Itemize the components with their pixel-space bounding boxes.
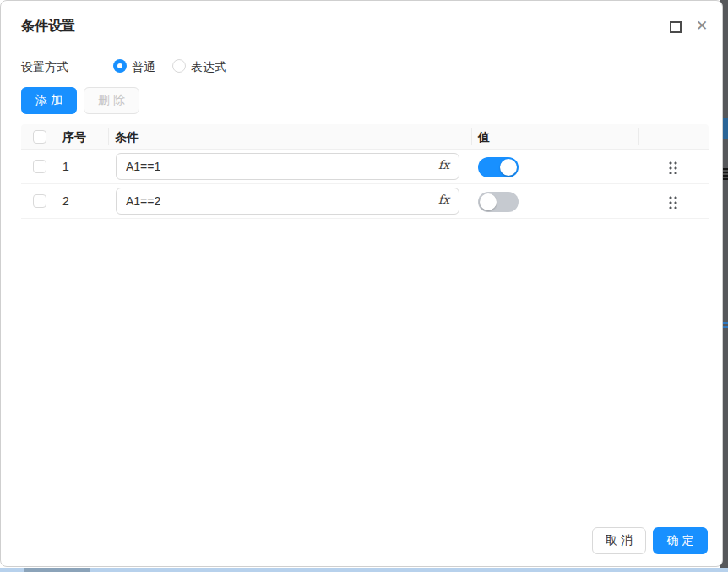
background-bottom-highlight-dark <box>24 568 90 572</box>
screen: 条件设置 ✕ 设置方式 普通 表达式 添 加 删 除 序号 条件 值 1 fx <box>0 0 728 572</box>
condition-settings-dialog: 条件设置 ✕ 设置方式 普通 表达式 添 加 删 除 序号 条件 值 1 fx <box>0 0 723 567</box>
header-index: 序号 <box>62 124 86 150</box>
header-divider <box>638 128 639 145</box>
header-condition: 条件 <box>115 124 139 150</box>
condition-input[interactable] <box>116 153 459 180</box>
row-index: 2 <box>62 184 69 219</box>
fx-icon[interactable]: fx <box>438 193 449 205</box>
mode-label: 设置方式 <box>21 60 68 75</box>
close-icon[interactable]: ✕ <box>693 17 710 35</box>
toggle-knob <box>480 193 497 210</box>
ok-button[interactable]: 确 定 <box>653 527 708 554</box>
maximize-icon[interactable] <box>670 21 682 33</box>
value-toggle-off[interactable] <box>478 192 519 212</box>
radio-dot <box>117 63 122 68</box>
select-all-checkbox[interactable] <box>33 130 46 144</box>
value-toggle-on[interactable] <box>478 157 519 177</box>
header-divider <box>108 128 109 145</box>
background-bottom-highlight <box>0 568 728 572</box>
condition-input[interactable] <box>116 188 459 215</box>
toggle-knob <box>500 159 517 176</box>
delete-button[interactable]: 删 除 <box>84 87 139 114</box>
row-index: 1 <box>62 150 69 184</box>
header-divider <box>471 128 472 145</box>
table-header: 序号 条件 值 <box>21 124 709 150</box>
radio-normal[interactable] <box>113 59 127 73</box>
add-button[interactable]: 添 加 <box>21 87 77 114</box>
radio-expression[interactable] <box>172 59 186 73</box>
dialog-title: 条件设置 <box>21 18 75 35</box>
cancel-button[interactable]: 取 消 <box>592 527 646 554</box>
fx-icon[interactable]: fx <box>438 159 449 171</box>
drag-handle-icon[interactable] <box>668 195 677 209</box>
table-row: 2 fx <box>21 184 709 219</box>
radio-expression-label[interactable]: 表达式 <box>191 60 226 75</box>
header-value: 值 <box>478 124 490 150</box>
row-checkbox[interactable] <box>33 194 46 208</box>
drag-handle-icon[interactable] <box>668 161 677 174</box>
table-row: 1 fx <box>21 150 709 184</box>
radio-normal-label[interactable]: 普通 <box>132 60 155 75</box>
row-checkbox[interactable] <box>33 160 46 173</box>
